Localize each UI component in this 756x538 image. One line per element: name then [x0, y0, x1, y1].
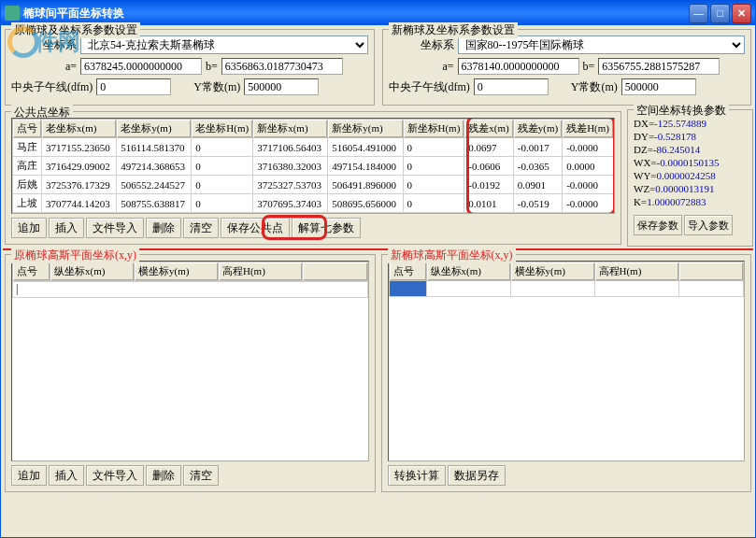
- pp-button[interactable]: 保存公共点: [221, 218, 290, 238]
- target-gauss-legend: 新椭球高斯平面坐标(x,y): [388, 248, 516, 263]
- table-row[interactable]: [389, 281, 744, 297]
- col-header[interactable]: 高程H(m): [594, 262, 678, 281]
- source-coord-sys-select[interactable]: 北京54-克拉索夫斯基椭球: [80, 35, 368, 54]
- param-line: WZ=0.0000013191: [634, 183, 747, 194]
- bl-button[interactable]: 插入: [49, 465, 84, 486]
- source-b-input[interactable]: [221, 58, 343, 75]
- table-row[interactable]: 马庄3717155.23650516114.58137003717106.564…: [13, 138, 614, 157]
- target-coord-sys-select[interactable]: 国家80--1975年国际椭球: [458, 35, 746, 54]
- col-header[interactable]: 点号: [389, 262, 426, 281]
- target-b-input[interactable]: [598, 58, 720, 75]
- meridian-label: 中央子午线(dfm): [11, 79, 93, 95]
- param-line: DZ=-86.245014: [634, 144, 747, 155]
- window-title: 椭球间平面坐标转换: [23, 6, 689, 21]
- param-line: DX=-125.574889: [634, 118, 747, 129]
- col-header[interactable]: 高程H(m): [219, 262, 303, 281]
- bl-button[interactable]: 清空: [183, 465, 219, 486]
- col-header[interactable]: 点号: [13, 120, 42, 138]
- col-header[interactable]: 残差y(m): [513, 120, 562, 138]
- param-line: DY=-0.528178: [634, 131, 747, 142]
- spatial-button[interactable]: 保存参数: [634, 215, 682, 235]
- source-gauss-input-row[interactable]: |: [12, 281, 368, 298]
- target-yconst-input[interactable]: [621, 78, 696, 95]
- target-gauss-panel: 新椭球高斯平面坐标(x,y) 点号纵坐标x(m)横坐标y(m)高程H(m) 转换…: [381, 254, 752, 492]
- col-header[interactable]: 老坐标H(m): [192, 120, 253, 138]
- target-legend: 新椭球及坐标系参数设置: [389, 22, 518, 38]
- col-header[interactable]: 残差H(m): [563, 120, 614, 138]
- source-gauss-panel: 原椭球高斯平面坐标(x,y) 点号纵坐标x(m)横坐标y(m)高程H(m) | …: [5, 254, 376, 492]
- pp-button[interactable]: 插入: [49, 218, 84, 238]
- col-header[interactable]: 新坐标H(m): [403, 120, 464, 138]
- source-gauss-table[interactable]: 点号纵坐标x(m)横坐标y(m)高程H(m): [12, 262, 368, 281]
- col-header[interactable]: 纵坐标x(m): [50, 262, 135, 281]
- public-points-panel: 公共点坐标 点号老坐标x(m)老坐标y(m)老坐标H(m)新坐标x(m)新坐标y…: [5, 111, 621, 245]
- col-header[interactable]: 横坐标y(m): [510, 262, 594, 281]
- param-line: WX=-0.0000150135: [634, 157, 747, 168]
- app-icon: [5, 6, 20, 21]
- b-label: b=: [206, 60, 218, 74]
- bl-button[interactable]: 追加: [11, 465, 47, 486]
- target-meridian-input[interactable]: [474, 78, 549, 95]
- target-a-input[interactable]: [458, 58, 579, 75]
- br-button[interactable]: 转换计算: [388, 465, 446, 486]
- col-header[interactable]: 新坐标x(m): [253, 120, 328, 138]
- source-gauss-legend: 原椭球高斯平面坐标(x,y): [11, 248, 139, 263]
- pp-button[interactable]: 删除: [146, 218, 181, 238]
- watermark: 件网: [7, 26, 80, 58]
- table-row[interactable]: 后姚3725376.17329506552.24452703725327.537…: [13, 176, 614, 194]
- col-header[interactable]: 点号: [13, 262, 50, 281]
- col-header[interactable]: 横坐标y(m): [135, 262, 219, 281]
- spatial-params-panel: 空间坐标转换参数 DX=-125.574889DY=-0.528178DZ=-8…: [627, 109, 753, 247]
- spatial-button[interactable]: 导入参数: [684, 215, 733, 235]
- param-line: WY=0.0000024258: [634, 170, 747, 181]
- pp-button[interactable]: 清空: [183, 218, 219, 238]
- source-yconst-input[interactable]: [244, 78, 319, 95]
- bl-button[interactable]: 删除: [146, 465, 181, 486]
- target-ellipsoid-panel: 新椭球及坐标系参数设置 坐标系 国家80--1975年国际椭球 a= b= 中央…: [382, 29, 752, 106]
- table-row[interactable]: 上坡3707744.14203508755.63881703707695.374…: [13, 194, 614, 213]
- spatial-legend: 空间坐标转换参数: [634, 103, 729, 119]
- br-button[interactable]: 数据另存: [448, 465, 506, 486]
- target-gauss-table[interactable]: 点号纵坐标x(m)横坐标y(m)高程H(m): [389, 262, 745, 297]
- public-points-table[interactable]: 点号老坐标x(m)老坐标y(m)老坐标H(m)新坐标x(m)新坐标y(m)新坐标…: [12, 119, 614, 213]
- pp-button[interactable]: 追加: [11, 218, 47, 238]
- param-line: K=1.0000072883: [634, 196, 747, 207]
- pp-button[interactable]: 文件导入: [86, 218, 144, 238]
- table-row[interactable]: 高庄3716429.09002497214.36865303716380.320…: [13, 157, 614, 176]
- close-button[interactable]: ✕: [732, 4, 751, 23]
- maximize-button[interactable]: □: [710, 4, 730, 23]
- bl-button[interactable]: 文件导入: [86, 465, 144, 486]
- col-header[interactable]: 新坐标y(m): [328, 120, 403, 138]
- pp-button[interactable]: 解算七参数: [292, 218, 361, 238]
- yconst-label: Y常数(m): [193, 79, 240, 95]
- col-header[interactable]: 老坐标y(m): [117, 120, 192, 138]
- source-a-input[interactable]: [80, 58, 202, 75]
- source-meridian-input[interactable]: [96, 78, 171, 95]
- col-header[interactable]: 老坐标x(m): [42, 120, 117, 138]
- a-label: a=: [11, 60, 77, 74]
- col-header[interactable]: 残差x(m): [464, 120, 513, 138]
- col-header[interactable]: 纵坐标x(m): [426, 262, 510, 281]
- minimize-button[interactable]: —: [689, 4, 708, 23]
